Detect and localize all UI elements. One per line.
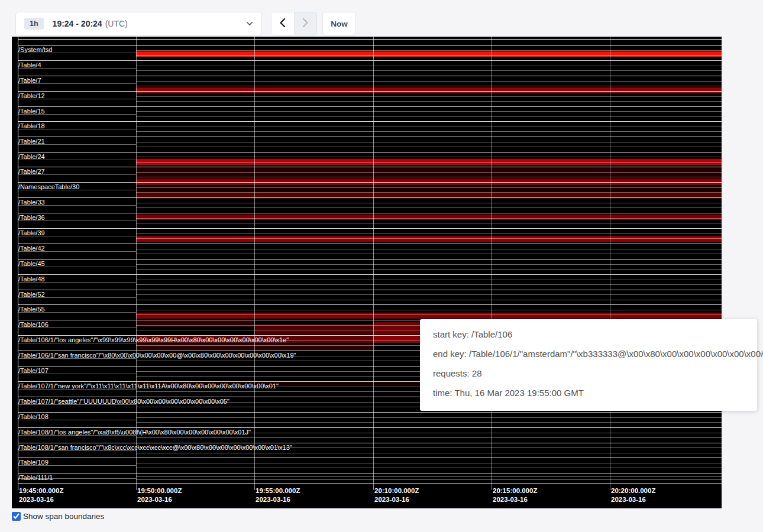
axis-tick-date: 2023-03-16 (611, 496, 646, 503)
span-boundary-line (136, 111, 722, 112)
tooltip-start-key: start key: /Table/106 (433, 329, 744, 340)
prev-range-button[interactable] (271, 12, 295, 35)
span-boundary-line (136, 81, 722, 82)
span-boundary-line (136, 463, 722, 463)
row-key-label: /Table/33 (18, 199, 45, 206)
row-key-label: /Table/106 (18, 321, 49, 328)
span-boundary-line (136, 147, 722, 147)
chevron-left-icon (279, 18, 286, 30)
span-boundary-line (136, 96, 722, 97)
row-key-label: /NamespaceTable/30 (18, 183, 79, 190)
row-key-label: /Table/4 (18, 61, 41, 69)
span-boundary-line (136, 314, 722, 315)
span-boundary-line (136, 417, 722, 418)
span-boundary-line (18, 213, 722, 213)
row-key-label: /Table/107 (18, 367, 49, 374)
span-boundary-line (18, 45, 722, 46)
span-boundary-line (136, 476, 722, 477)
row-key-label: /Table/107/1/"seattle"/"UUUUUUD\x00\x80\… (18, 398, 229, 405)
heat-bar (136, 51, 722, 57)
span-boundary-line (136, 437, 722, 438)
span-boundary-line (136, 203, 722, 203)
span-boundary-line (18, 91, 722, 92)
time-bucket-boundary-line (136, 37, 137, 490)
span-boundary-line (136, 55, 722, 56)
span-boundary-line (18, 167, 722, 167)
span-boundary-line (136, 172, 722, 173)
time-range-zone: (UTC) (105, 19, 128, 28)
row-key-label: /Table/42 (18, 245, 45, 252)
tooltip-time: time: Thu, 16 Mar 2023 19:55:00 GMT (433, 387, 744, 399)
span-boundary-line (136, 249, 722, 249)
span-boundary-line (136, 116, 722, 117)
span-boundary-line (136, 192, 722, 193)
row-key-label: /Table/108 (18, 413, 49, 420)
row-key-label: /Table/106/1/"los angeles"/"\x99\x99\x99… (18, 336, 289, 343)
span-boundary-line (18, 228, 722, 229)
span-boundary-line (136, 131, 722, 132)
span-boundary-line (136, 223, 722, 223)
row-key-label: /Table/18 (18, 122, 45, 129)
time-range-nav-group (271, 12, 317, 35)
span-boundary-line (136, 177, 722, 177)
span-boundary-line (136, 233, 722, 234)
span-boundary-line (136, 207, 722, 208)
span-boundary-line (136, 269, 722, 270)
span-boundary-line (136, 157, 722, 157)
show-span-boundaries-control[interactable]: Show span boundaries (12, 512, 104, 521)
tooltip-end-key: end key: /Table/106/1/"amsterdam"/"\xb33… (433, 348, 744, 360)
span-boundary-line (18, 76, 722, 76)
time-range-preset-badge: 1h (24, 18, 44, 30)
axis-tick-time: 20:10:00.000Z (374, 487, 419, 494)
span-boundary-line (136, 70, 722, 71)
axis-tick-date: 2023-03-16 (493, 496, 528, 503)
span-boundary-line (136, 300, 722, 300)
row-key-label: /Table/45 (18, 260, 45, 267)
key-visualizer-page: 1h 19:24 - 20:24 (UTC) Now /System/tsd/T… (0, 0, 763, 532)
heat-bar (136, 313, 722, 319)
row-key-label: /Table/39 (18, 229, 45, 236)
span-boundary-line (136, 238, 722, 239)
heat-bar (254, 324, 373, 335)
row-key-label: /System/tsd (18, 46, 52, 53)
span-boundary-line (18, 443, 722, 443)
axis-tick-time: 20:20:00.000Z (611, 487, 655, 494)
span-boundary-line (136, 218, 722, 219)
row-key-label: /Table/12 (18, 92, 45, 99)
row-key-label: /Table/52 (18, 291, 45, 298)
row-key-label: /Table/55 (18, 306, 45, 313)
span-boundary-line (136, 101, 722, 102)
heat-bar (136, 320, 254, 327)
time-bucket-boundary-line (254, 37, 255, 490)
span-boundary-line (18, 458, 722, 458)
axis-tick-date: 2023-03-16 (137, 496, 172, 503)
axis-tick-time: 19:50:00.000Z (137, 487, 182, 494)
row-key-label: /Table/108/1/"san francisco"/"\x8c\xcc\x… (18, 444, 292, 451)
hover-tooltip: start key: /Table/106 end key: /Table/10… (420, 319, 757, 411)
span-boundary-line (136, 66, 722, 66)
span-boundary-line (136, 468, 722, 468)
span-boundary-line (18, 274, 722, 275)
show-span-boundaries-checkbox[interactable] (12, 512, 21, 521)
row-key-label: /Table/27 (18, 168, 45, 175)
span-boundary-line (18, 197, 722, 198)
span-boundary-line (136, 422, 722, 423)
time-range-text: 19:24 - 20:24 (53, 19, 102, 28)
key-visualizer-canvas[interactable]: /System/tsd/Table/4/Table/7/Table/12/Tab… (12, 37, 722, 508)
span-boundary-line (136, 50, 722, 51)
row-key-label: /Table/108/1/"los angeles"/"\xa8\xf5\u00… (18, 429, 251, 436)
axis-tick-time: 19:45:00.000Z (19, 487, 63, 494)
row-key-label: /Table/48 (18, 275, 45, 283)
span-boundary-line (136, 126, 722, 127)
row-key-label: /Table/111/1 (18, 474, 53, 481)
next-range-button[interactable] (295, 12, 317, 35)
row-key-label: /Table/21 (18, 138, 45, 145)
time-range-selector[interactable]: 1h 19:24 - 20:24 (UTC) (15, 12, 262, 35)
now-button[interactable]: Now (322, 12, 356, 35)
heat-bar (373, 335, 420, 343)
row-key-label: /Table/36 (18, 214, 45, 221)
span-boundary-line (18, 106, 722, 107)
span-boundary-line (18, 427, 722, 428)
span-boundary-line (136, 280, 722, 280)
row-key-label: /Table/109 (18, 459, 49, 466)
